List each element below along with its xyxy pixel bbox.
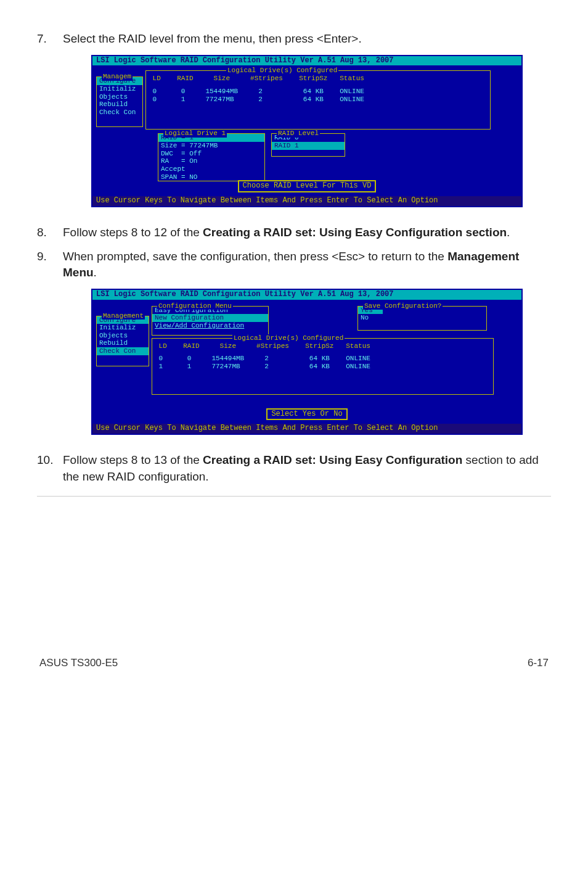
sidebar-item-objects[interactable]: Objects: [97, 93, 142, 101]
raid-level-menu: RAID Level RAID 0 RAID 1: [271, 133, 345, 157]
text: Follow steps 8 to 13 of the: [63, 453, 203, 466]
save-configuration-dialog: Save Configuration? Yes No: [357, 306, 487, 331]
text: When prompted, save the configuration, t…: [63, 250, 447, 263]
text-bold: Creating a RAID set: Using Easy Configur…: [203, 453, 462, 466]
bios-screenshot-1: LSI Logic Software RAID Configuration Ut…: [91, 55, 523, 207]
sidebar-management: Management Configure Initializ Objects R…: [96, 316, 149, 366]
ld1-dwc[interactable]: DWC = Off: [158, 150, 264, 158]
step-9: 9. When prompted, save the configuration…: [37, 249, 551, 281]
ld1-span[interactable]: SPAN = NO: [158, 173, 264, 181]
panel-title: Save Configuration?: [363, 302, 443, 310]
panel-title: RAID Level: [277, 130, 320, 138]
sidebar-item-rebuild[interactable]: Rebuild: [97, 101, 142, 109]
sidebar-item-initialize[interactable]: Initializ: [97, 85, 142, 93]
save-no[interactable]: No: [358, 314, 486, 322]
step-text: Select the RAID level from the menu, the…: [63, 31, 551, 47]
panel-title: Configuration Menu: [157, 302, 233, 310]
table-row: 0 0 154494MB 2 64 KB ONLINE: [146, 83, 490, 96]
footer-right: 6-17: [528, 657, 549, 669]
bios-prompt: Select Yes Or No: [266, 408, 347, 421]
ld1-accept[interactable]: Accept: [158, 165, 264, 173]
logical-drives-panel: Logical Drive(s) Configured LD RAID Size…: [145, 70, 491, 130]
ld1-ra[interactable]: RA = On: [158, 157, 264, 165]
panel-title: Managem: [102, 73, 133, 81]
table-row: 0 1 77247MB 2 64 KB ONLINE: [146, 96, 490, 104]
step-number: 7.: [37, 31, 63, 47]
bios-prompt: Choose RAID Level For This VD: [238, 180, 377, 192]
table-row: 0 0 154494MB 2 64 KB ONLINE: [152, 350, 493, 363]
sidebar-item-checkcon[interactable]: Check Con: [97, 347, 149, 355]
step-number: 9.: [37, 249, 63, 281]
step-text: When prompted, save the configuration, t…: [63, 249, 551, 281]
panel-title: Logical Drive(s) Configured: [226, 67, 338, 75]
step-text: Follow steps 8 to 13 of the Creating a R…: [63, 452, 551, 485]
step-number: 8.: [37, 225, 63, 241]
step-7: 7. Select the RAID level from the menu, …: [37, 31, 551, 47]
step-10: 10. Follow steps 8 to 13 of the Creating…: [37, 452, 551, 485]
panel-title: Logical Drive 1: [163, 130, 227, 138]
conf-new[interactable]: New Configuration: [152, 314, 268, 322]
sidebar-item-initialize[interactable]: Initializ: [97, 324, 149, 332]
bios-statusbar: Use Cursor Keys To Navigate Between Item…: [92, 196, 521, 206]
panel-title: Management: [102, 312, 145, 320]
sidebar-management: Managem Configure Initializ Objects Rebu…: [96, 76, 143, 127]
text-bold: Creating a RAID set: Using Easy Configur…: [203, 226, 507, 239]
conf-viewadd[interactable]: View/Add Configuration: [152, 322, 268, 330]
divider: [37, 496, 551, 497]
sidebar-item-checkcon[interactable]: Check Con: [97, 109, 142, 117]
text: .: [94, 266, 97, 279]
raid-level-1[interactable]: RAID 1: [272, 142, 345, 150]
footer-left: ASUS TS300-E5: [39, 657, 118, 669]
table-row: 1 1 77247MB 2 64 KB ONLINE: [152, 363, 493, 371]
logical-drives-panel: Logical Drive(s) Configured LD RAID Size…: [152, 338, 494, 395]
sidebar-item-rebuild[interactable]: Rebuild: [97, 339, 149, 347]
step-text: Follow steps 8 to 12 of the Creating a R…: [63, 225, 551, 241]
configuration-menu: Configuration Menu Easy Configuration Ne…: [152, 306, 269, 336]
logical-drive-1-panel: Logical Drive 1 RAID = 1 Size = 77247MB …: [158, 133, 265, 181]
step-number: 10.: [37, 452, 63, 485]
page-footer: ASUS TS300-E5 6-17: [37, 657, 551, 669]
bios-titlebar: LSI Logic Software RAID Configuration Ut…: [92, 290, 521, 300]
panel-title: Logical Drive(s) Configured: [232, 334, 345, 342]
step-8: 8. Follow steps 8 to 12 of the Creating …: [37, 225, 551, 241]
bios-screenshot-2: LSI Logic Software RAID Configuration Ut…: [91, 289, 523, 435]
bios-titlebar: LSI Logic Software RAID Configuration Ut…: [92, 56, 521, 66]
text: .: [507, 226, 510, 239]
bios-statusbar: Use Cursor Keys To Navigate Between Item…: [92, 424, 521, 434]
sidebar-item-objects[interactable]: Objects: [97, 332, 149, 340]
text: Follow steps 8 to 12 of the: [63, 226, 203, 239]
ld1-size[interactable]: Size = 77247MB: [158, 142, 264, 150]
